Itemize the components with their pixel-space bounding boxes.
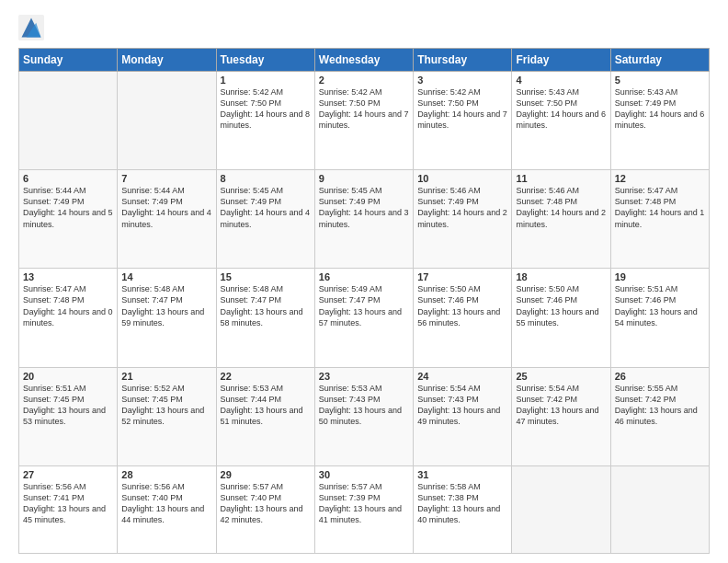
- calendar-cell: 12Sunrise: 5:47 AM Sunset: 7:48 PM Dayli…: [610, 170, 709, 269]
- day-info: Sunrise: 5:44 AM Sunset: 7:49 PM Dayligh…: [23, 185, 113, 230]
- day-info: Sunrise: 5:54 AM Sunset: 7:43 PM Dayligh…: [417, 383, 507, 428]
- day-number: 25: [516, 371, 606, 382]
- day-number: 21: [121, 371, 211, 382]
- day-info: Sunrise: 5:45 AM Sunset: 7:49 PM Dayligh…: [221, 185, 311, 230]
- day-number: 29: [221, 469, 311, 480]
- calendar-cell: 27Sunrise: 5:56 AM Sunset: 7:41 PM Dayli…: [19, 465, 118, 553]
- day-number: 14: [121, 271, 211, 282]
- calendar-cell: 3Sunrise: 5:42 AM Sunset: 7:50 PM Daylig…: [414, 72, 512, 170]
- day-info: Sunrise: 5:51 AM Sunset: 7:46 PM Dayligh…: [615, 283, 705, 328]
- logo: [18, 15, 46, 40]
- calendar-cell: 16Sunrise: 5:49 AM Sunset: 7:47 PM Dayli…: [314, 269, 413, 367]
- day-number: 10: [417, 173, 507, 184]
- day-number: 31: [417, 469, 507, 480]
- day-number: 17: [417, 271, 507, 282]
- day-info: Sunrise: 5:56 AM Sunset: 7:41 PM Dayligh…: [23, 481, 113, 526]
- day-info: Sunrise: 5:49 AM Sunset: 7:47 PM Dayligh…: [319, 283, 409, 328]
- calendar-cell: 29Sunrise: 5:57 AM Sunset: 7:40 PM Dayli…: [216, 465, 314, 553]
- calendar-cell: 25Sunrise: 5:54 AM Sunset: 7:42 PM Dayli…: [512, 367, 610, 465]
- day-number: 2: [319, 75, 409, 86]
- calendar-cell: 30Sunrise: 5:57 AM Sunset: 7:39 PM Dayli…: [314, 465, 413, 553]
- day-info: Sunrise: 5:46 AM Sunset: 7:48 PM Dayligh…: [516, 185, 606, 230]
- day-number: 22: [221, 371, 311, 382]
- day-info: Sunrise: 5:54 AM Sunset: 7:42 PM Dayligh…: [516, 383, 606, 428]
- day-number: 28: [121, 469, 211, 480]
- day-number: 6: [23, 173, 113, 184]
- day-info: Sunrise: 5:52 AM Sunset: 7:45 PM Dayligh…: [121, 383, 211, 428]
- day-number: 1: [221, 75, 311, 86]
- weekday-header-wednesday: Wednesday: [314, 49, 413, 72]
- day-info: Sunrise: 5:50 AM Sunset: 7:46 PM Dayligh…: [417, 283, 507, 328]
- calendar-cell: 21Sunrise: 5:52 AM Sunset: 7:45 PM Dayli…: [118, 367, 216, 465]
- calendar-cell: 20Sunrise: 5:51 AM Sunset: 7:45 PM Dayli…: [19, 367, 118, 465]
- page: SundayMondayTuesdayWednesdayThursdayFrid…: [0, 0, 728, 563]
- weekday-header-thursday: Thursday: [414, 49, 512, 72]
- day-number: 11: [516, 173, 606, 184]
- day-info: Sunrise: 5:48 AM Sunset: 7:47 PM Dayligh…: [221, 283, 311, 328]
- day-number: 20: [23, 371, 113, 382]
- weekday-header-row: SundayMondayTuesdayWednesdayThursdayFrid…: [19, 49, 710, 72]
- weekday-header-sunday: Sunday: [19, 49, 118, 72]
- calendar-cell: 28Sunrise: 5:56 AM Sunset: 7:40 PM Dayli…: [118, 465, 216, 553]
- weekday-header-tuesday: Tuesday: [216, 49, 314, 72]
- day-info: Sunrise: 5:56 AM Sunset: 7:40 PM Dayligh…: [121, 481, 211, 526]
- day-number: 30: [319, 469, 409, 480]
- calendar-cell: 24Sunrise: 5:54 AM Sunset: 7:43 PM Dayli…: [414, 367, 512, 465]
- calendar-cell: [19, 72, 118, 170]
- day-info: Sunrise: 5:57 AM Sunset: 7:40 PM Dayligh…: [221, 481, 311, 526]
- calendar-cell: 1Sunrise: 5:42 AM Sunset: 7:50 PM Daylig…: [216, 72, 314, 170]
- calendar-cell: 10Sunrise: 5:46 AM Sunset: 7:49 PM Dayli…: [414, 170, 512, 269]
- calendar-cell: [512, 465, 610, 553]
- day-number: 3: [417, 75, 507, 86]
- calendar-cell: 19Sunrise: 5:51 AM Sunset: 7:46 PM Dayli…: [610, 269, 709, 367]
- calendar-cell: 18Sunrise: 5:50 AM Sunset: 7:46 PM Dayli…: [512, 269, 610, 367]
- day-number: 27: [23, 469, 113, 480]
- day-info: Sunrise: 5:43 AM Sunset: 7:49 PM Dayligh…: [615, 86, 705, 132]
- day-number: 16: [319, 271, 409, 282]
- calendar-cell: 7Sunrise: 5:44 AM Sunset: 7:49 PM Daylig…: [118, 170, 216, 269]
- weekday-header-monday: Monday: [118, 49, 216, 72]
- day-info: Sunrise: 5:42 AM Sunset: 7:50 PM Dayligh…: [221, 86, 311, 132]
- calendar-cell: 15Sunrise: 5:48 AM Sunset: 7:47 PM Dayli…: [216, 269, 314, 367]
- day-number: 8: [221, 173, 311, 184]
- day-info: Sunrise: 5:53 AM Sunset: 7:43 PM Dayligh…: [319, 383, 409, 428]
- calendar-cell: 14Sunrise: 5:48 AM Sunset: 7:47 PM Dayli…: [118, 269, 216, 367]
- day-info: Sunrise: 5:43 AM Sunset: 7:50 PM Dayligh…: [516, 86, 606, 132]
- day-info: Sunrise: 5:47 AM Sunset: 7:48 PM Dayligh…: [23, 283, 113, 328]
- day-info: Sunrise: 5:48 AM Sunset: 7:47 PM Dayligh…: [121, 283, 211, 328]
- day-number: 9: [319, 173, 409, 184]
- calendar-cell: 11Sunrise: 5:46 AM Sunset: 7:48 PM Dayli…: [512, 170, 610, 269]
- day-info: Sunrise: 5:53 AM Sunset: 7:44 PM Dayligh…: [221, 383, 311, 428]
- calendar-cell: 26Sunrise: 5:55 AM Sunset: 7:42 PM Dayli…: [610, 367, 709, 465]
- day-info: Sunrise: 5:42 AM Sunset: 7:50 PM Dayligh…: [319, 86, 409, 132]
- day-number: 23: [319, 371, 409, 382]
- day-info: Sunrise: 5:55 AM Sunset: 7:42 PM Dayligh…: [615, 383, 705, 428]
- day-number: 4: [516, 75, 606, 86]
- calendar-cell: 31Sunrise: 5:58 AM Sunset: 7:38 PM Dayli…: [414, 465, 512, 553]
- day-info: Sunrise: 5:44 AM Sunset: 7:49 PM Dayligh…: [121, 185, 211, 230]
- day-info: Sunrise: 5:45 AM Sunset: 7:49 PM Dayligh…: [319, 185, 409, 230]
- day-number: 5: [615, 75, 705, 86]
- day-info: Sunrise: 5:46 AM Sunset: 7:49 PM Dayligh…: [417, 185, 507, 230]
- day-number: 13: [23, 271, 113, 282]
- weekday-header-saturday: Saturday: [610, 49, 709, 72]
- calendar-cell: 8Sunrise: 5:45 AM Sunset: 7:49 PM Daylig…: [216, 170, 314, 269]
- calendar-cell: 6Sunrise: 5:44 AM Sunset: 7:49 PM Daylig…: [19, 170, 118, 269]
- calendar-cell: [610, 465, 709, 553]
- day-number: 18: [516, 271, 606, 282]
- day-info: Sunrise: 5:57 AM Sunset: 7:39 PM Dayligh…: [319, 481, 409, 526]
- calendar-cell: 9Sunrise: 5:45 AM Sunset: 7:49 PM Daylig…: [314, 170, 413, 269]
- day-number: 15: [221, 271, 311, 282]
- calendar-cell: 22Sunrise: 5:53 AM Sunset: 7:44 PM Dayli…: [216, 367, 314, 465]
- calendar-cell: 13Sunrise: 5:47 AM Sunset: 7:48 PM Dayli…: [19, 269, 118, 367]
- day-number: 24: [417, 371, 507, 382]
- day-number: 26: [615, 371, 705, 382]
- day-number: 19: [615, 271, 705, 282]
- weekday-header-friday: Friday: [512, 49, 610, 72]
- day-info: Sunrise: 5:47 AM Sunset: 7:48 PM Dayligh…: [615, 185, 705, 230]
- day-number: 7: [121, 173, 211, 184]
- calendar-cell: 2Sunrise: 5:42 AM Sunset: 7:50 PM Daylig…: [314, 72, 413, 170]
- day-info: Sunrise: 5:51 AM Sunset: 7:45 PM Dayligh…: [23, 383, 113, 428]
- calendar-cell: 17Sunrise: 5:50 AM Sunset: 7:46 PM Dayli…: [414, 269, 512, 367]
- calendar-cell: [118, 72, 216, 170]
